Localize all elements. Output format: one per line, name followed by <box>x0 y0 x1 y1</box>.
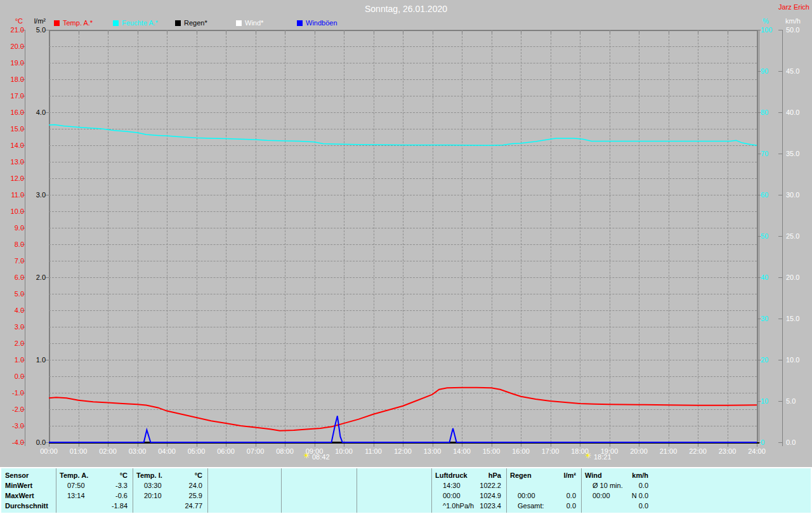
y-axis-label: 0.0 <box>786 438 808 446</box>
y-axis-label: 10 <box>761 397 780 405</box>
x-axis-tick <box>79 444 79 447</box>
table-column-unit: km/h <box>581 471 648 480</box>
x-axis-label: 07:00 <box>241 447 270 455</box>
grid-line-horizontal <box>49 310 757 311</box>
legend-item: Wind* <box>236 19 263 27</box>
y-axis-label: 7.0 <box>4 257 24 265</box>
x-axis-label: 03:00 <box>123 447 152 455</box>
statistics-table: SensorMinWertMaxWertDurchschnittTemp. A.… <box>0 467 812 514</box>
y-axis-label: -4.0 <box>4 438 24 446</box>
x-axis-tick <box>551 444 551 447</box>
x-axis-tick-top <box>197 31 197 34</box>
x-axis-tick <box>197 444 197 447</box>
x-axis-tick-top <box>226 31 226 34</box>
table-cell-value: 1023.4 <box>431 502 501 510</box>
grid-line-horizontal <box>49 327 757 327</box>
legend-swatch-icon <box>113 20 119 26</box>
grid-line-horizontal <box>49 409 757 410</box>
y-axis-label: 21.0 <box>4 26 24 34</box>
grid-line-horizontal <box>49 79 757 80</box>
grid-line-horizontal <box>49 129 757 129</box>
legend-item: Windböen <box>297 19 337 27</box>
x-axis-tick-top <box>698 31 698 34</box>
table-cell-value: 1022.2 <box>431 482 501 490</box>
x-axis-tick <box>285 444 285 447</box>
table-cell-value: 0.0 <box>506 502 576 510</box>
y-axis-label: 2.0 <box>28 273 46 281</box>
grid-line-vertical <box>285 30 285 442</box>
table-row-label: MaxWert <box>5 492 34 500</box>
rain-axis-unit: l/m² <box>28 17 46 25</box>
legend-label: Regen* <box>184 19 207 27</box>
grid-line-vertical <box>256 30 256 442</box>
x-axis-tick <box>49 444 49 447</box>
table-cell-value: 24.77 <box>133 502 202 510</box>
page-title: Sonntag, 26.01.2020 <box>0 4 812 14</box>
temp-axis-line <box>25 30 25 446</box>
table-row-label: Durchschnitt <box>5 502 48 510</box>
x-axis-label: 10:00 <box>329 447 358 455</box>
x-axis-tick <box>728 444 728 447</box>
x-axis-tick <box>226 444 226 447</box>
x-axis-label: 16:00 <box>506 447 535 455</box>
wind-axis-unit: km/h <box>785 17 801 25</box>
y-axis-label: 15.0 <box>4 125 24 133</box>
x-axis-tick <box>256 444 256 447</box>
grid-line-vertical <box>669 30 669 442</box>
legend-item: Temp. A.* <box>54 19 93 27</box>
y-axis-label: 80 <box>761 109 780 116</box>
grid-line-vertical <box>698 30 698 442</box>
x-axis-tick <box>521 444 521 447</box>
y-axis-label: 15.0 <box>786 315 808 322</box>
y-axis-label: 70 <box>761 150 780 157</box>
grid-line-horizontal <box>49 360 757 360</box>
y-axis-label: 11.0 <box>4 191 24 199</box>
x-axis-tick-top <box>433 31 433 34</box>
x-axis-tick <box>698 444 698 447</box>
table-column-unit: hPa <box>431 471 501 480</box>
y-axis-label: 6.0 <box>4 273 24 281</box>
y-axis-label: 12.0 <box>4 175 24 182</box>
y-axis-label: 18.0 <box>4 76 24 83</box>
legend-label: Wind* <box>245 19 263 27</box>
x-axis-tick-top <box>462 31 462 34</box>
y-axis-label: 1.0 <box>4 356 24 364</box>
y-axis-label: 9.0 <box>4 224 24 232</box>
x-axis-tick <box>462 444 462 447</box>
y-axis-label: 14.0 <box>4 142 24 149</box>
y-axis-label: 20.0 <box>786 273 808 281</box>
grid-line-vertical <box>374 30 374 442</box>
y-axis-label: -3.0 <box>4 422 24 430</box>
x-axis-tick <box>639 444 639 447</box>
x-axis-tick <box>610 444 610 447</box>
table-cell-value: -3.3 <box>56 482 128 490</box>
table-cell-value: 0.0 <box>581 502 648 510</box>
station-owner-label: Jarz Erich <box>778 3 809 11</box>
y-axis-label: 45.0 <box>786 67 808 75</box>
y-axis-label: 10.0 <box>786 356 808 364</box>
legend-item: Feuchte A.* <box>113 19 158 27</box>
grid-line-horizontal <box>49 46 757 47</box>
y-axis-label: 8.0 <box>4 241 24 248</box>
x-axis-label: 23:00 <box>713 447 742 455</box>
table-column-unit: °C <box>56 471 128 480</box>
y-axis-label: 50.0 <box>786 26 808 34</box>
y-axis-label: 90 <box>761 67 780 75</box>
sunset-icon: ☀ <box>584 452 591 460</box>
grid-line-vertical <box>551 30 551 442</box>
grid-line-horizontal <box>49 393 757 393</box>
legend-swatch-icon <box>54 20 60 26</box>
x-axis-tick-top <box>728 31 728 34</box>
x-axis-tick-top <box>315 31 315 34</box>
y-axis-label: 20 <box>761 356 780 364</box>
grid-line-vertical <box>433 30 433 442</box>
y-axis-label: 4.0 <box>28 109 46 116</box>
x-axis-tick <box>433 444 433 447</box>
x-axis-tick-top <box>344 31 344 34</box>
legend-item: Regen* <box>175 19 207 27</box>
y-axis-label: -2.0 <box>4 405 24 413</box>
y-axis-label: 35.0 <box>786 150 808 157</box>
plot-area <box>49 30 758 442</box>
table-cell-value: 1024.9 <box>431 492 501 500</box>
y-axis-label: 1.0 <box>28 356 46 364</box>
